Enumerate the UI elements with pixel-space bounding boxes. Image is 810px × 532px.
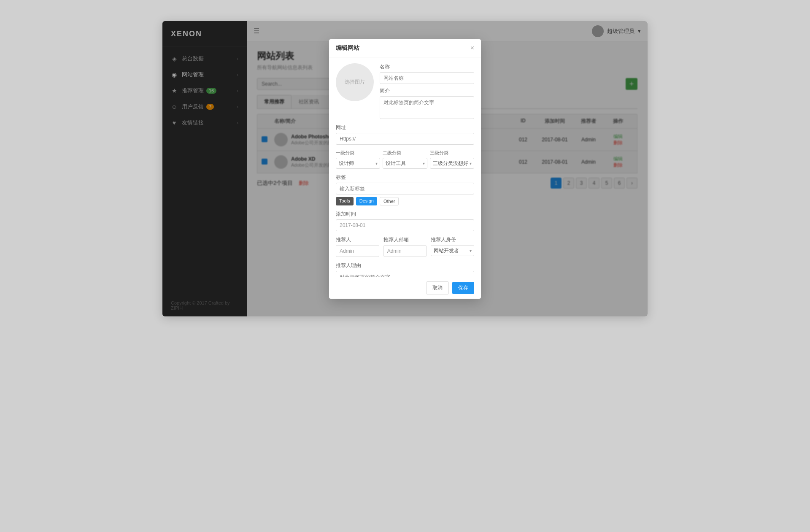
addtime-input[interactable] bbox=[336, 219, 474, 231]
tag-tools[interactable]: Tools bbox=[336, 197, 354, 205]
name-label: 名称 bbox=[380, 63, 474, 70]
recommender-row: 推荐人 推荐人邮箱 推荐人身份 网站开发者 bbox=[336, 236, 474, 257]
url-label: 网址 bbox=[336, 124, 474, 131]
top-fields: 名称 简介 bbox=[380, 63, 474, 119]
cat3-label: 三级分类 bbox=[430, 150, 474, 156]
reason-textarea[interactable] bbox=[336, 271, 474, 277]
tag-input[interactable] bbox=[336, 183, 474, 194]
tag-other[interactable]: Other bbox=[380, 197, 399, 205]
cancel-button[interactable]: 取消 bbox=[426, 281, 449, 294]
top-section: 选择图片 名称 简介 bbox=[336, 63, 474, 119]
cat1-select-wrap: 设计师 bbox=[336, 158, 380, 169]
cat3-col: 三级分类 三级分类没想好 bbox=[430, 150, 474, 169]
recommender-field: 推荐人 bbox=[336, 236, 379, 257]
identity-select-wrap: 网站开发者 bbox=[431, 245, 474, 256]
recommender-email-field: 推荐人邮箱 bbox=[383, 236, 427, 257]
desc-textarea[interactable] bbox=[380, 96, 474, 119]
modal-title: 编辑网站 bbox=[336, 44, 359, 52]
reason-field: 推荐人理由 bbox=[336, 262, 474, 277]
cat1-select[interactable]: 设计师 bbox=[336, 158, 380, 169]
recommender-identity-field: 推荐人身份 网站开发者 bbox=[431, 236, 474, 257]
name-field: 名称 bbox=[380, 63, 474, 84]
modal-overlay: 编辑网站 × 选择图片 名称 bbox=[162, 21, 648, 316]
cat1-col: 一级分类 设计师 bbox=[336, 150, 380, 169]
image-picker[interactable]: 选择图片 bbox=[336, 63, 374, 101]
categories-row: 一级分类 设计师 二级分类 设计工具 bbox=[336, 150, 474, 169]
cat2-col: 二级分类 设计工具 bbox=[383, 150, 427, 169]
recommender-label: 推荐人 bbox=[336, 236, 379, 243]
recommender-email-label: 推荐人邮箱 bbox=[383, 236, 427, 243]
desc-field: 简介 bbox=[380, 87, 474, 119]
addtime-field: 添加时间 bbox=[336, 211, 474, 231]
tags-container: Tools Design Other bbox=[336, 197, 474, 205]
desc-label: 简介 bbox=[380, 87, 474, 95]
modal-footer: 取消 保存 bbox=[329, 277, 481, 299]
cat3-select-wrap: 三级分类没想好 bbox=[430, 158, 474, 169]
save-button[interactable]: 保存 bbox=[452, 282, 474, 294]
recommender-email-input[interactable] bbox=[383, 245, 427, 257]
modal-body: 选择图片 名称 简介 bbox=[329, 57, 481, 277]
tag-design[interactable]: Design bbox=[356, 197, 377, 205]
modal-close-button[interactable]: × bbox=[470, 44, 474, 52]
cat1-label: 一级分类 bbox=[336, 150, 380, 156]
url-field: 网址 bbox=[336, 124, 474, 145]
reason-label: 推荐人理由 bbox=[336, 262, 474, 269]
cat2-label: 二级分类 bbox=[383, 150, 427, 156]
tags-label: 标签 bbox=[336, 174, 474, 181]
main-content: ☰ 超级管理员 ▾ 网站列表 所有导航网站信息表列表 + 常用推荐 社区资讯 灵… bbox=[247, 21, 648, 316]
name-input[interactable] bbox=[380, 72, 474, 84]
recommender-identity-label: 推荐人身份 bbox=[431, 236, 474, 243]
cat2-select-wrap: 设计工具 bbox=[383, 158, 427, 169]
modal-header: 编辑网站 × bbox=[329, 39, 481, 57]
tags-field: 标签 Tools Design Other bbox=[336, 174, 474, 205]
cat3-select[interactable]: 三级分类没想好 bbox=[430, 158, 474, 169]
identity-select[interactable]: 网站开发者 bbox=[431, 245, 474, 256]
addtime-label: 添加时间 bbox=[336, 211, 474, 218]
edit-modal: 编辑网站 × 选择图片 名称 bbox=[329, 39, 481, 299]
cat2-select[interactable]: 设计工具 bbox=[383, 158, 427, 169]
image-picker-label: 选择图片 bbox=[345, 78, 365, 86]
recommender-input[interactable] bbox=[336, 245, 379, 257]
url-input[interactable] bbox=[336, 133, 474, 145]
